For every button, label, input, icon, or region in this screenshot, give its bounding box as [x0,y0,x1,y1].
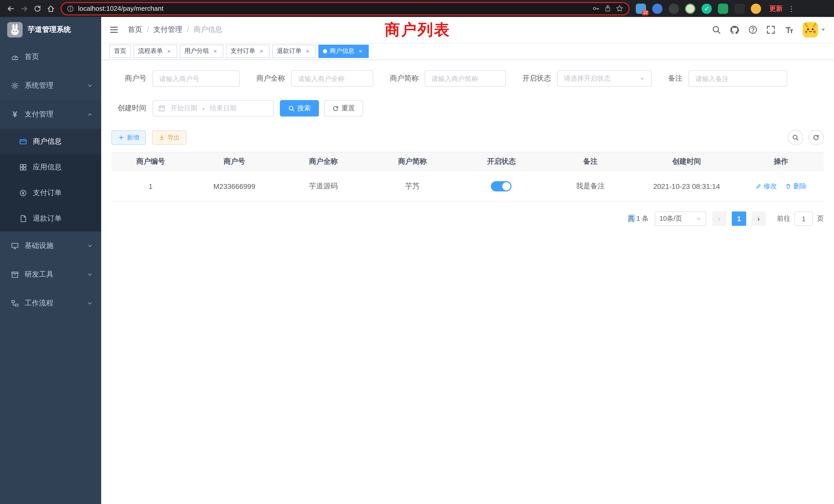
reload-icon[interactable] [31,2,44,15]
info-icon[interactable] [67,5,74,12]
close-icon[interactable]: × [357,47,364,55]
extension-icon[interactable] [668,3,679,14]
tab-home[interactable]: 首页 [109,44,131,58]
date-range-picker[interactable]: 开始日期 - 结束日期 [153,100,274,116]
reset-button[interactable]: 重置 [324,100,363,116]
status-select[interactable]: 请选择开启状态 [557,70,652,87]
sidebar-item-payment[interactable]: ¥ 支付管理 [0,100,101,129]
col-remark: 备注 [546,152,635,171]
forward-icon[interactable] [18,2,31,15]
user-menu[interactable] [803,22,826,38]
github-icon[interactable] [730,25,740,35]
magnifier-icon [288,105,295,112]
browser-profile-avatar[interactable] [751,3,761,14]
col-create-time: 创建时间 [635,152,738,171]
add-button[interactable]: 新增 [111,130,146,145]
col-merchant-no: 商户号 [190,152,279,171]
tab-user-group[interactable]: 用户分组 × [180,44,223,58]
key-icon[interactable] [592,5,600,12]
help-icon[interactable] [748,25,758,35]
short-name-input[interactable] [425,70,506,87]
table-row: 1 M233666999 芋道源码 芋艿 我是备注 2021-10-23 08:… [111,171,824,202]
tab-merchant-info[interactable]: 商户信息 × [319,44,369,58]
extension-icon[interactable]: ✓ [702,3,712,14]
breadcrumb-home[interactable]: 首页 [128,25,142,35]
extension-icon[interactable] [718,3,728,14]
next-page-button[interactable]: › [751,211,766,226]
sidebar-item-merchant-info[interactable]: 商户信息 [0,129,101,155]
extension-icon[interactable] [652,3,662,14]
pagination: 共 1 条 10条/页 ‹ 1 › 前往 页 [111,211,824,226]
tab-pay-orders[interactable]: 支付订单 × [226,44,270,58]
home-icon[interactable] [44,2,58,15]
sidebar-item-pay-orders[interactable]: 支付订单 [0,180,101,206]
sidebar-logo[interactable]: 芋道管理系统 [0,17,101,43]
sidebar-item-workflow[interactable]: 工作流程 [0,289,101,318]
extension-icon[interactable]: 10 [636,3,646,14]
table-toolbar: 新增 导出 [111,130,824,145]
cell-merchant-no: M233666999 [190,171,279,202]
sidebar-item-app-info[interactable]: 应用信息 [0,155,101,180]
refresh-icon [332,105,339,112]
download-icon [159,135,165,141]
tab-process-form[interactable]: 流程表单 × [133,44,177,58]
sidebar-item-system[interactable]: 系统管理 [0,71,101,100]
url-bar[interactable]: localhost:1024/pay/merchant [61,2,630,15]
card-icon [19,138,28,146]
goto-page-input[interactable] [794,211,813,226]
col-short-name: 商户简称 [368,152,457,171]
bookmark-star-icon[interactable] [616,5,623,12]
chevron-down-icon [696,216,702,222]
browser-update-button[interactable]: 更新 [769,4,783,13]
chevron-down-icon [87,83,93,89]
date-separator: - [202,105,205,112]
page-1-button[interactable]: 1 [732,211,746,226]
remark-input[interactable] [689,70,787,87]
monitor-icon [10,242,20,250]
merchant-no-input[interactable] [153,70,240,87]
cell-remark: 我是备注 [546,171,635,202]
hamburger-icon[interactable] [109,25,118,35]
font-size-icon[interactable] [784,25,794,35]
breadcrumb-payment[interactable]: 支付管理 [142,25,182,35]
close-icon[interactable]: × [212,47,219,55]
sidebar-item-home[interactable]: 首页 [0,43,101,71]
navbar: 首页 支付管理 商户信息 商户列表 [101,17,834,43]
fullscreen-icon[interactable] [766,25,775,35]
refresh-table-icon[interactable] [808,130,824,145]
extension-icon[interactable] [685,3,695,14]
share-icon[interactable] [604,5,612,12]
start-date-placeholder: 开始日期 [171,104,197,113]
toggle-search-icon[interactable] [788,130,803,145]
page-size-select[interactable]: 10条/页 [655,211,706,226]
extension-icon[interactable] [734,3,745,14]
sidebar-item-refund-orders[interactable]: 退款订单 [0,206,101,231]
search-icon[interactable] [712,25,721,35]
close-icon[interactable]: × [304,47,311,55]
sidebar: 芋道管理系统 首页 系统管理 ¥ 支付管理 [0,17,101,504]
delete-button[interactable]: 删除 [785,181,807,191]
edit-button[interactable]: 修改 [755,181,777,191]
cell-create-time: 2021-10-23 08:31:14 [635,171,738,202]
breadcrumb: 首页 支付管理 商户信息 [128,25,222,35]
cell-merchant-id: 1 [111,171,190,202]
full-name-input[interactable] [291,70,373,87]
close-icon[interactable]: × [258,47,265,55]
col-full-name: 商户全称 [279,152,368,171]
create-time-label: 创建时间 [111,104,153,113]
col-status: 开启状态 [457,152,546,171]
prev-page-button[interactable]: ‹ [712,211,727,226]
close-icon[interactable]: × [166,47,173,55]
sidebar-item-dev-tools[interactable]: 研发工具 [0,260,101,289]
back-icon[interactable] [4,2,18,15]
page-unit-label: 页 [817,214,824,223]
search-button[interactable]: 搜索 [280,100,319,116]
browser-menu-icon[interactable]: ⋮ [788,4,795,13]
col-actions: 操作 [738,152,824,171]
export-button[interactable]: 导出 [152,130,186,145]
status-toggle[interactable] [491,181,512,191]
tab-refund-orders[interactable]: 退款订单 × [272,44,316,58]
screen: localhost:1024/pay/merchant 10 ✓ [0,0,834,504]
sidebar-item-infra[interactable]: 基础设施 [0,231,101,260]
goto-label: 前往 [777,214,790,223]
